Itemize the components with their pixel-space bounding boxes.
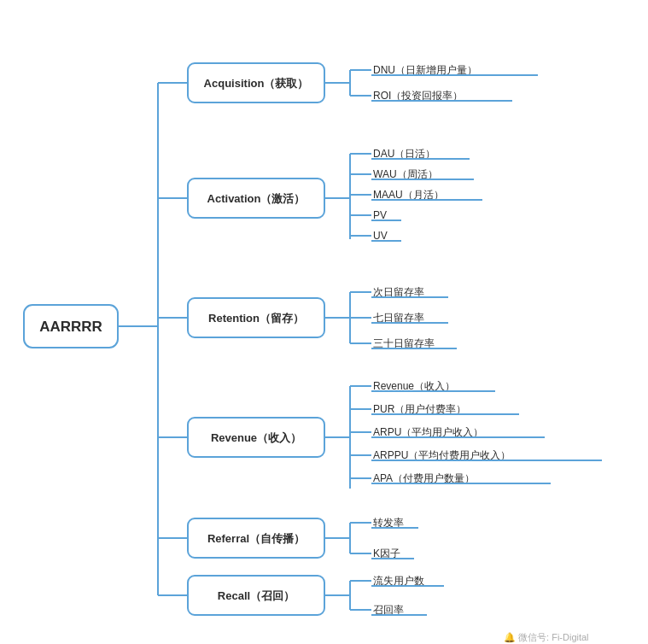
ret-label: Retention（留存） xyxy=(208,312,304,325)
ref-leaf2: K因子 xyxy=(373,547,400,559)
act-label: Activation（激活） xyxy=(207,192,305,205)
act-leaf3: MAAU（月活） xyxy=(373,189,444,201)
ret-leaf3: 三十日留存率 xyxy=(373,337,435,349)
rev-label: Revenue（收入） xyxy=(210,431,301,444)
act-leaf5: UV xyxy=(373,230,388,242)
act-leaf2: WAU（周活） xyxy=(373,168,438,180)
rec-leaf1: 流失用户数 xyxy=(373,575,424,587)
rev-leaf4: ARPPU（平均付费用户收入） xyxy=(373,449,511,461)
act-leaf4: PV xyxy=(373,209,387,221)
watermark: 🔔 微信号: Fi-Digital xyxy=(504,631,589,643)
rec-leaf2: 召回率 xyxy=(373,604,404,616)
act-leaf1: DAU（日活） xyxy=(373,148,435,160)
ret-leaf2: 七日留存率 xyxy=(373,312,424,324)
rec-label: Recall（召回） xyxy=(217,589,294,602)
ret-leaf1: 次日留存率 xyxy=(373,286,424,298)
ref-label: Referral（自传播） xyxy=(207,532,304,545)
acq-leaf2: ROI（投资回报率） xyxy=(373,90,463,102)
acq-label: Acquisition（获取） xyxy=(203,77,308,90)
rev-leaf1: Revenue（收入） xyxy=(373,380,455,392)
rev-leaf5: APA（付费用户数量） xyxy=(373,472,475,484)
acq-leaf1: DNU（日新增用户量） xyxy=(373,64,477,76)
rev-leaf3: ARPU（平均用户收入） xyxy=(373,426,483,438)
rev-leaf2: PUR（用户付费率） xyxy=(373,403,466,415)
root-label: AARRRR xyxy=(39,319,102,335)
ref-leaf1: 转发率 xyxy=(373,517,404,529)
aarrrr-diagram: AARRRR Acquisition（获取） DNU（日新增用户量） ROI（投… xyxy=(9,27,640,644)
